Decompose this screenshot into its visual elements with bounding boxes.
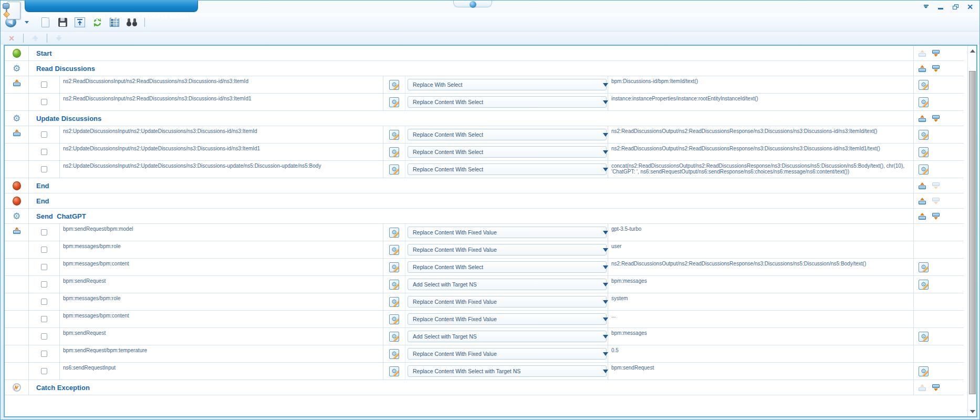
row-checkbox[interactable] <box>41 229 47 235</box>
row-checkbox[interactable] <box>41 299 47 305</box>
edit-mapping-button[interactable]: ⚙ <box>389 280 399 290</box>
row-checkbox[interactable] <box>41 131 47 138</box>
scrollbar-thumb[interactable] <box>969 71 976 394</box>
row-checkbox[interactable] <box>41 149 47 155</box>
scroll-down-button[interactable] <box>968 407 976 415</box>
action-dropdown[interactable]: Replace Content With Select <box>408 261 607 273</box>
toolbar-collapse-handle[interactable] <box>453 1 492 7</box>
caret-down-icon <box>25 21 29 24</box>
add-row-below-button[interactable] <box>932 115 940 122</box>
row-icon-cell <box>5 241 29 258</box>
edit-mapping-button[interactable]: ⚙ <box>389 130 399 140</box>
edit-mapping-button[interactable]: ⚙ <box>389 97 399 107</box>
action-dropdown[interactable]: Replace Content With Select with Target … <box>408 365 607 377</box>
action-dropdown[interactable]: Replace Content With Fixed Value <box>408 313 607 325</box>
edit-mapping-cell: ⚙ <box>383 94 405 110</box>
scroll-up-button[interactable] <box>968 47 976 55</box>
row-checkbox[interactable] <box>41 99 47 105</box>
add-row-below-button[interactable] <box>932 50 940 57</box>
action-dropdown[interactable]: Replace Content With Fixed Value <box>408 348 607 360</box>
row-checkbox[interactable] <box>41 81 47 88</box>
edit-value-button[interactable]: ⚙ <box>919 80 929 90</box>
action-dropdown[interactable]: Replace Content With Fixed Value <box>408 227 607 238</box>
restore-button[interactable] <box>950 2 961 11</box>
xpath-cell: ns6:sendRequestInput <box>59 363 383 380</box>
add-row-above-button[interactable] <box>919 65 926 72</box>
row-checkbox[interactable] <box>41 264 47 270</box>
close-button[interactable]: ✕ <box>965 2 975 11</box>
vertical-scrollbar[interactable] <box>967 46 976 416</box>
add-row-below-button[interactable] <box>932 198 940 204</box>
add-row-below-button[interactable] <box>932 384 940 391</box>
edit-value-button[interactable]: ⚙ <box>919 165 929 175</box>
edit-mapping-button[interactable]: ⚙ <box>389 147 399 157</box>
edit-mapping-button[interactable]: ⚙ <box>389 80 399 90</box>
check-in-button[interactable] <box>74 16 86 28</box>
edit-value-button[interactable]: ⚙ <box>919 280 929 290</box>
edit-value-button[interactable]: ⚙ <box>919 366 929 376</box>
move-up-button[interactable] <box>29 32 41 45</box>
row-checkbox[interactable] <box>41 333 47 340</box>
edit-mapping-button[interactable]: ⚙ <box>389 314 399 324</box>
edit-value-button[interactable]: ⚙ <box>919 332 929 342</box>
action-dropdown[interactable]: Replace Content With Select <box>408 96 607 108</box>
edit-mapping-button[interactable]: ⚙ <box>389 262 399 272</box>
row-checkbox[interactable] <box>41 316 47 322</box>
action-dropdown[interactable]: Add Select with Target NS <box>408 279 607 290</box>
action-dropdown[interactable]: Add Select with Target NS <box>408 331 607 342</box>
edit-value-button[interactable]: ⚙ <box>919 97 929 107</box>
value-cell: bpm:sendRequest <box>608 363 913 380</box>
find-button[interactable] <box>126 16 138 28</box>
edit-value-button[interactable]: ⚙ <box>919 130 929 140</box>
add-row-above-button[interactable] <box>919 213 926 220</box>
insert-row-button[interactable] <box>13 79 20 86</box>
action-cell: Replace Content With Fixed Value <box>405 311 608 327</box>
minimize-button[interactable] <box>935 2 946 11</box>
row-checkbox-cell <box>29 293 59 310</box>
add-row-below-button[interactable] <box>932 182 940 189</box>
delete-row-button[interactable]: ✕ <box>6 32 17 45</box>
insert-row-button[interactable] <box>13 227 20 234</box>
edit-mapping-button[interactable]: ⚙ <box>389 165 399 175</box>
add-row-above-button[interactable] <box>919 50 926 57</box>
move-down-button[interactable] <box>53 32 65 45</box>
edit-value-button[interactable]: ⚙ <box>919 262 929 272</box>
app-menu-dropdown-button[interactable] <box>22 16 34 28</box>
section-row: ⚙ Update Discussions <box>5 111 964 126</box>
edit-value-button[interactable]: ⚙ <box>919 147 929 157</box>
edit-mapping-button[interactable]: ⚙ <box>389 366 399 376</box>
row-checkbox[interactable] <box>41 166 47 172</box>
insert-row-button[interactable] <box>13 129 20 136</box>
edit-mapping-button[interactable]: ⚙ <box>389 228 399 238</box>
row-checkbox-cell <box>29 126 59 143</box>
action-dropdown[interactable]: Replace Content With Select <box>408 146 607 158</box>
edit-mapping-button[interactable]: ⚙ <box>389 349 399 359</box>
action-dropdown[interactable]: Replace Content With Select <box>408 129 607 140</box>
action-dropdown[interactable]: Replace With Select <box>408 79 607 90</box>
row-checkbox[interactable] <box>41 247 47 253</box>
add-row-below-button[interactable] <box>932 65 940 72</box>
section-icon-cell: ⚙ <box>5 46 29 60</box>
edit-mapping-button[interactable]: ⚙ <box>389 245 399 255</box>
add-row-above-button[interactable] <box>919 115 926 122</box>
row-checkbox[interactable] <box>41 351 47 357</box>
edit-mapping-button[interactable]: ⚙ <box>389 332 399 342</box>
catch-exception-icon <box>13 383 21 392</box>
edit-mapping-button[interactable]: ⚙ <box>389 297 399 307</box>
xpath-cell: bpm:messages/bpm:content <box>59 311 383 327</box>
xpath-cell: ns2:UpdateDiscussionsInput/ns2:UpdateDis… <box>59 161 383 178</box>
action-dropdown[interactable]: Replace Content With Fixed Value <box>408 296 607 308</box>
add-row-above-button[interactable] <box>919 198 926 204</box>
add-row-below-button[interactable] <box>932 213 940 220</box>
action-dropdown[interactable]: Replace Content With Select <box>408 163 607 175</box>
save-button[interactable] <box>57 16 68 28</box>
row-checkbox[interactable] <box>41 368 47 374</box>
action-dropdown-value: Add Select with Target NS <box>413 333 477 340</box>
add-row-above-button[interactable] <box>919 182 926 189</box>
add-row-above-button[interactable] <box>919 384 926 391</box>
toolbar-options-button[interactable] <box>921 2 931 11</box>
action-cell: Replace Content With Fixed Value <box>405 345 608 362</box>
row-checkbox[interactable] <box>41 281 47 288</box>
edit-mapping-cell: ⚙ <box>383 76 405 93</box>
action-dropdown[interactable]: Replace Content With Fixed Value <box>408 244 607 255</box>
